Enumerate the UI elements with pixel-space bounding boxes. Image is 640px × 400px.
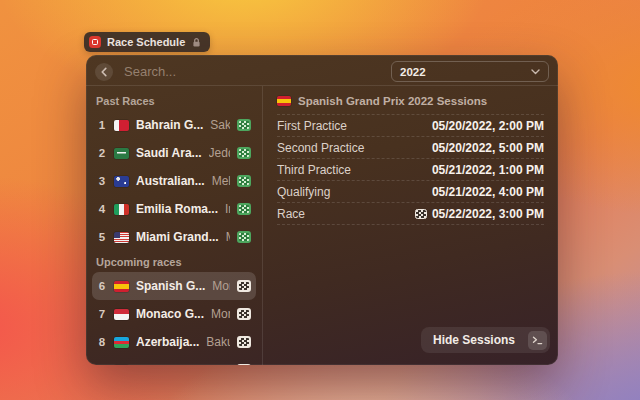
race-list-item-usa[interactable]: 5Miami Grand...Miami, USA	[92, 223, 256, 251]
sessions-table: First Practice05/20/2022, 2:00 PMSecond …	[263, 114, 558, 225]
green-checkered-flag-icon	[237, 231, 251, 243]
checkered-flag-icon	[237, 364, 251, 365]
race-subtitle: Baku, Azerb...	[206, 335, 230, 349]
bahrain-flag-icon	[114, 120, 129, 131]
race-list-item-bahrain[interactable]: 1Bahrain G...Sakhir, Bahr...	[92, 111, 256, 139]
tag-label: Race Schedule	[107, 36, 185, 48]
race-subtitle: Monte-Carl...	[211, 307, 230, 321]
race-title: Saudi Ara...	[136, 146, 202, 160]
section-title: Upcoming races	[92, 251, 256, 272]
spain-flag-icon	[277, 96, 291, 106]
action-bar: Hide Sessions	[421, 327, 550, 353]
checkered-flag-icon	[237, 308, 251, 320]
sessions-title: Spanish Grand Prix 2022 Sessions	[298, 95, 487, 107]
azerbaijan-flag-icon	[114, 337, 129, 348]
race-title: Azerbaija...	[136, 335, 199, 349]
session-row: Race05/22/2022, 3:00 PM	[277, 202, 544, 225]
terminal-prompt-icon	[532, 336, 543, 345]
session-row: Qualifying05/21/2022, 4:00 PM	[277, 180, 544, 202]
session-value: 05/20/2022, 5:00 PM	[432, 141, 544, 155]
session-value: 05/22/2022, 3:00 PM	[415, 207, 544, 221]
checkered-flag-icon	[415, 209, 427, 219]
session-row: Second Practice05/20/2022, 5:00 PM	[277, 136, 544, 158]
section-title: Past Races	[92, 90, 256, 111]
race-list-item-canada[interactable]: 9Canadian...Montreal, C...	[92, 356, 256, 365]
race-schedule-window: 2022 Past Races1Bahrain G...Sakhir, Bahr…	[86, 55, 558, 365]
usa-flag-icon	[114, 232, 129, 243]
race-title: Australian...	[136, 174, 205, 188]
sessions-panel: Spanish Grand Prix 2022 Sessions First P…	[263, 86, 558, 365]
italy-flag-icon	[114, 204, 129, 215]
window-tag[interactable]: Race Schedule	[84, 32, 210, 52]
session-label: Race	[277, 207, 305, 221]
session-value: 05/21/2022, 1:00 PM	[432, 163, 544, 177]
session-datetime: 05/20/2022, 5:00 PM	[432, 141, 544, 155]
race-list-item-saudi-arabia[interactable]: 2Saudi Ara...Jeddah, Sa...	[92, 139, 256, 167]
race-index: 1	[97, 119, 107, 131]
checkered-flag-icon	[237, 336, 251, 348]
race-subtitle: Sakhir, Bahr...	[210, 118, 230, 132]
race-subtitle: Imola, Italy	[225, 202, 230, 216]
session-label: Qualifying	[277, 185, 330, 199]
green-checkered-flag-icon	[237, 119, 251, 131]
race-list-item-monaco[interactable]: 7Monaco G...Monte-Carl...	[92, 300, 256, 328]
race-subtitle: Montmeló,...	[212, 279, 230, 293]
race-list-item-azerbaijan[interactable]: 8Azerbaija...Baku, Azerb...	[92, 328, 256, 356]
green-checkered-flag-icon	[237, 175, 251, 187]
race-index: 8	[97, 336, 107, 348]
lock-icon	[191, 37, 202, 48]
saudi-arabia-flag-icon	[114, 148, 129, 159]
session-datetime: 05/21/2022, 4:00 PM	[432, 185, 544, 199]
hide-sessions-button[interactable]: Hide Sessions	[424, 330, 524, 350]
session-row: First Practice05/20/2022, 2:00 PM	[277, 114, 544, 136]
race-schedule-extension-icon	[89, 36, 101, 48]
race-index: 7	[97, 308, 107, 320]
session-row: Third Practice05/21/2022, 1:00 PM	[277, 158, 544, 180]
australia-flag-icon	[114, 176, 129, 187]
session-datetime: 05/22/2022, 3:00 PM	[432, 207, 544, 221]
race-title: Canadian...	[136, 363, 200, 365]
canada-flag-icon	[114, 365, 129, 366]
year-dropdown[interactable]: 2022	[391, 61, 549, 82]
race-subtitle: Miami, USA	[226, 230, 230, 244]
session-datetime: 05/21/2022, 1:00 PM	[432, 163, 544, 177]
race-list-item-australia[interactable]: 3Australian...Melbourne,...	[92, 167, 256, 195]
desktop-background: Race Schedule 2022 Pas	[0, 0, 640, 400]
year-dropdown-value: 2022	[400, 66, 426, 78]
session-value: 05/20/2022, 2:00 PM	[432, 119, 544, 133]
green-checkered-flag-icon	[237, 203, 251, 215]
search-toolbar: 2022	[86, 55, 558, 85]
chevron-left-icon	[100, 67, 108, 77]
race-index: 4	[97, 203, 107, 215]
race-index: 6	[97, 280, 107, 292]
race-index: 3	[97, 175, 107, 187]
chevron-down-icon	[531, 69, 540, 75]
shortcut-key-badge[interactable]	[528, 331, 547, 350]
session-value: 05/21/2022, 4:00 PM	[432, 185, 544, 199]
race-list-item-spain[interactable]: 6Spanish G...Montmeló,...	[92, 272, 256, 300]
checkered-flag-icon	[237, 280, 251, 292]
sessions-header: Spanish Grand Prix 2022 Sessions	[263, 86, 558, 114]
race-title: Bahrain G...	[136, 118, 203, 132]
session-label: First Practice	[277, 119, 347, 133]
race-title: Emilia Roma...	[136, 202, 218, 216]
spain-flag-icon	[114, 281, 129, 292]
race-index: 5	[97, 231, 107, 243]
race-title: Miami Grand...	[136, 230, 219, 244]
search-input[interactable]	[122, 63, 382, 80]
session-datetime: 05/20/2022, 2:00 PM	[432, 119, 544, 133]
race-title: Spanish G...	[136, 279, 205, 293]
session-label: Second Practice	[277, 141, 364, 155]
race-list-item-italy[interactable]: 4Emilia Roma...Imola, Italy	[92, 195, 256, 223]
race-index: 9	[97, 364, 107, 365]
race-list: Past Races1Bahrain G...Sakhir, Bahr...2S…	[86, 86, 262, 365]
back-button[interactable]	[95, 63, 113, 81]
race-subtitle: Montreal, C...	[207, 363, 230, 365]
monaco-flag-icon	[114, 309, 129, 320]
session-label: Third Practice	[277, 163, 351, 177]
race-subtitle: Melbourne,...	[212, 174, 230, 188]
race-subtitle: Jeddah, Sa...	[209, 146, 230, 160]
race-index: 2	[97, 147, 107, 159]
race-title: Monaco G...	[136, 307, 204, 321]
green-checkered-flag-icon	[237, 147, 251, 159]
